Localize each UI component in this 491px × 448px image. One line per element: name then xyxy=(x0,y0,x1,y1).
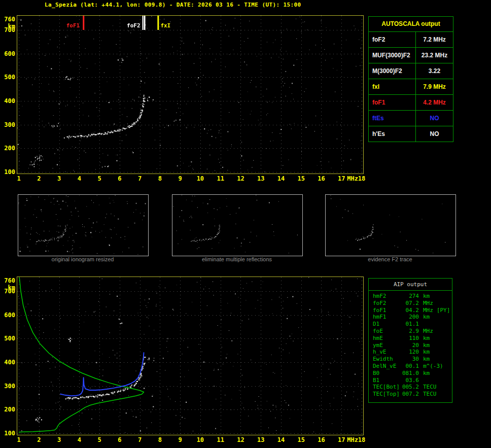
x-tick-label: 18 xyxy=(358,436,365,443)
autoscala-panel-title: AUTOSCALA output xyxy=(369,17,453,32)
aip-parameter-value: 2.9 xyxy=(401,328,419,335)
thumbnail-original-ionogram xyxy=(18,194,149,256)
x-tick-label: 4 xyxy=(78,175,81,182)
parameter-name: fxI xyxy=(369,79,416,94)
aip-parameter-unit: TECU xyxy=(423,384,437,391)
parameter-value: NO xyxy=(416,126,453,142)
x-tick-label: 8 xyxy=(158,436,162,443)
x-tick-label: 17 xyxy=(338,436,345,443)
aip-row: Ewidth 30 km xyxy=(373,356,452,363)
parameter-value: NO xyxy=(416,111,453,126)
parameter-value: 4.2 MHz xyxy=(416,95,453,110)
aip-parameter-name: foF1 xyxy=(373,307,401,314)
aip-row: foF2 07.2 MHz xyxy=(373,300,452,307)
profile-fit-plot xyxy=(17,277,364,435)
x-tick-label: 13 xyxy=(257,175,264,182)
x-tick-label: 2 xyxy=(37,436,41,443)
aip-row: hmE 110 km xyxy=(373,335,452,342)
y-tick-label: 760 xyxy=(4,277,15,284)
x-tick-label: 9 xyxy=(178,175,182,182)
aip-parameter-value: 03.6 xyxy=(401,377,419,384)
x-axis-unit-label: MHz xyxy=(347,175,358,182)
ionogram-canvas xyxy=(17,16,362,173)
autoscala-row: ftEs NO xyxy=(369,111,453,126)
x-tick-label: 16 xyxy=(318,175,325,182)
x-tick-label: 14 xyxy=(277,175,285,182)
parameter-name: ftEs xyxy=(369,111,416,126)
y-tick-label: 400 xyxy=(4,359,15,366)
aip-parameter-name: B0 xyxy=(373,370,401,377)
x-tick-label: 4 xyxy=(78,436,81,443)
aip-row: DelN_vE 00.1 m^(-3) xyxy=(373,363,452,370)
aip-parameter-value: 30 xyxy=(401,356,419,363)
x-tick-label: 7 xyxy=(138,436,142,443)
aip-parameter-value: 04.2 xyxy=(401,307,419,314)
aip-parameter-value: 110 xyxy=(401,335,419,342)
autoscala-row: foF2 7.2 MHz xyxy=(369,32,453,48)
aip-parameter-name: Ewidth xyxy=(373,356,401,363)
aip-parameter-unit: km xyxy=(423,335,430,342)
station-date-header: La_Spezia (lat: +44.1, lon: 009.8) - DAT… xyxy=(45,2,301,8)
aip-parameter-name: TEC[Top] xyxy=(373,391,401,398)
aip-row: foE 2.9 MHz xyxy=(373,328,452,335)
thumbnail-caption: original ionogram resized xyxy=(18,256,148,262)
y-tick-label: 300 xyxy=(4,121,15,128)
x-tick-label: 15 xyxy=(297,436,304,443)
y-tick-label: 100 xyxy=(4,168,15,176)
aip-parameter-name: hmE xyxy=(373,335,401,342)
aip-parameter-unit: km xyxy=(423,314,430,321)
x-tick-label: 3 xyxy=(57,175,61,182)
y-axis-unit-label: km xyxy=(8,284,15,291)
x-tick-label: 11 xyxy=(217,175,224,182)
marker-label-foF2: foF2 xyxy=(127,22,141,29)
x-tick-label: 2 xyxy=(37,175,41,182)
x-tick-label: 1 xyxy=(17,175,20,182)
aip-parameter-value: 120 xyxy=(401,349,419,356)
aip-row: B1 03.6 xyxy=(373,377,452,384)
thumbnail-caption: evidence F2 trace xyxy=(325,256,455,262)
x-tick-label: 12 xyxy=(237,175,244,182)
ionogram-plot xyxy=(17,15,364,174)
autoscala-rows: foF2 7.2 MHz MUF(3000)F2 23.2 MHz M(3000… xyxy=(369,32,453,142)
y-tick-label: 500 xyxy=(4,335,15,342)
thumbnail-multiple-reflections-removed xyxy=(172,194,303,256)
x-tick-label: 6 xyxy=(118,175,121,182)
aip-parameter-unit: km xyxy=(423,356,430,363)
aip-row: h_vE 120 km xyxy=(373,349,452,356)
aip-output-panel: AIP output hmF2 274 km foF2 07.2 MHz xyxy=(368,278,452,403)
thumbnail-caption: eliminate multiple reflections xyxy=(172,256,302,262)
x-tick-label: 17 xyxy=(338,175,345,182)
parameter-name: foF2 xyxy=(369,32,416,47)
y-tick-label: 500 xyxy=(4,74,15,81)
marker-label-foF1: foF1 xyxy=(66,22,80,29)
aip-parameter-name: D1 xyxy=(373,321,401,328)
x-tick-label: 14 xyxy=(277,436,285,443)
aip-parameter-value: 00.1 xyxy=(401,363,419,370)
x-tick-label: 3 xyxy=(57,436,61,443)
aip-parameter-unit: km xyxy=(423,342,430,349)
aip-parameter-value: 081.0 xyxy=(401,370,419,377)
y-tick-label: 600 xyxy=(4,50,15,57)
x-tick-label: 9 xyxy=(178,436,182,443)
autoscala-row: M(3000)F2 3.22 xyxy=(369,63,453,79)
aip-rows: hmF2 274 km foF2 07.2 MHz foF1 04.2 MHz xyxy=(369,291,452,398)
x-axis-unit-label: MHz xyxy=(347,436,358,443)
aip-parameter-value: 20 xyxy=(401,342,419,349)
aip-parameter-unit: TECU xyxy=(423,391,437,398)
x-tick-label: 13 xyxy=(257,436,264,443)
y-tick-label: 400 xyxy=(4,97,15,105)
aip-parameter-name: TEC[Bot] xyxy=(373,384,401,391)
x-tick-label: 15 xyxy=(297,175,304,182)
x-tick-label: 11 xyxy=(217,436,224,443)
aip-parameter-unit: MHz xyxy=(423,300,433,307)
aip-parameter-name: B1 xyxy=(373,377,401,384)
parameter-value: 7.9 MHz xyxy=(416,79,453,94)
thumbnail-f2-trace-evidence xyxy=(325,194,456,256)
parameter-name: foF1 xyxy=(369,95,416,110)
y-tick-label: 760 xyxy=(4,16,15,23)
x-tick-label: 12 xyxy=(237,436,244,443)
aip-parameter-name: DelN_vE xyxy=(373,363,401,370)
thumbnail-canvas xyxy=(172,195,301,255)
aip-parameter-unit: MHz xyxy=(423,307,433,314)
parameter-value: 23.2 MHz xyxy=(416,48,453,63)
